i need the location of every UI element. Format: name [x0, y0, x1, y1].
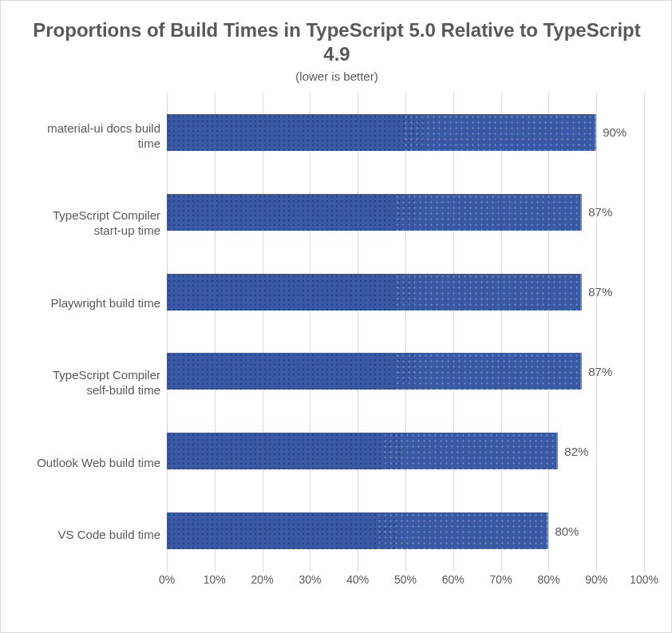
bar	[167, 194, 582, 231]
x-tick-mark	[405, 567, 406, 572]
y-axis-label: Playwright build time	[50, 296, 160, 311]
bar-texture-icon	[382, 433, 559, 469]
bar	[167, 274, 582, 311]
bars-container: 90%87%87%87%82%80%	[167, 93, 644, 571]
plot-grid: 90%87%87%87%82%80%	[167, 93, 644, 572]
bar-texture-icon	[395, 194, 582, 231]
data-label: 87%	[588, 365, 612, 378]
bar-texture-icon	[403, 114, 596, 151]
bar-texture-icon	[395, 274, 582, 311]
bar	[167, 512, 548, 549]
x-tick-label: 0%	[159, 573, 175, 586]
x-tick-mark	[310, 567, 310, 572]
bar-texture-icon	[167, 114, 425, 151]
data-label: 90%	[603, 125, 627, 139]
chart-subtitle: (lower is better)	[30, 69, 644, 83]
y-axis-label: TypeScript Compiler start-up time	[30, 208, 160, 239]
x-tick-mark	[358, 567, 358, 572]
x-tick-label: 40%	[346, 573, 369, 586]
x-tick-label: 70%	[490, 573, 512, 586]
bar	[167, 433, 558, 469]
y-axis-label: TypeScript Compiler self-build time	[30, 368, 160, 398]
x-tick-mark	[644, 567, 645, 572]
bar-row: 90%	[167, 114, 644, 151]
bar	[167, 114, 596, 151]
x-tick-label: 100%	[630, 573, 658, 586]
x-tick-label: 20%	[251, 573, 274, 586]
x-axis-ticks: 0%10%20%30%40%50%60%70%80%90%100%	[167, 572, 644, 600]
bar-texture-icon	[167, 194, 416, 231]
x-tick-mark	[215, 567, 215, 572]
x-tick-label: 10%	[204, 573, 226, 586]
bar	[167, 353, 582, 390]
chart-frame: Proportions of Build Times in TypeScript…	[0, 0, 672, 633]
x-tick-label: 50%	[394, 573, 417, 586]
x-tick-label: 60%	[442, 573, 464, 586]
x-tick-mark	[453, 567, 454, 572]
bar-row: 82%	[167, 433, 644, 469]
data-label: 82%	[564, 445, 588, 458]
bar-row: 80%	[167, 512, 644, 549]
x-tick-mark	[263, 567, 263, 572]
y-axis-labels: material-ui docs build timeTypeScript Co…	[30, 93, 167, 572]
x-tick-label: 80%	[537, 573, 559, 586]
bar-row: 87%	[167, 274, 644, 311]
y-axis-label: Outlook Web build time	[37, 456, 160, 471]
plot-area: material-ui docs build timeTypeScript Co…	[30, 93, 644, 572]
x-tick-mark	[596, 567, 597, 572]
bar-texture-icon	[167, 353, 416, 390]
x-tick-mark	[167, 567, 168, 572]
bar-texture-icon	[167, 512, 396, 549]
bar-row: 87%	[167, 194, 644, 231]
x-tick-mark	[548, 567, 549, 572]
data-label: 87%	[588, 285, 612, 299]
y-axis-label: material-ui docs build time	[30, 121, 160, 152]
chart-title: Proportions of Build Times in TypeScript…	[30, 18, 644, 66]
data-label: 80%	[555, 524, 579, 538]
x-tick-label: 30%	[298, 573, 321, 586]
title-block: Proportions of Build Times in TypeScript…	[30, 18, 644, 83]
data-label: 87%	[588, 205, 612, 219]
y-axis-label: VS Code build time	[58, 528, 160, 543]
bar-row: 87%	[167, 353, 644, 390]
x-tick-label: 90%	[585, 573, 607, 586]
x-tick-mark	[501, 567, 502, 572]
bar-texture-icon	[167, 274, 416, 311]
bar-texture-icon	[395, 353, 582, 390]
bar-texture-icon	[167, 433, 401, 469]
x-axis: 0%10%20%30%40%50%60%70%80%90%100%	[167, 572, 644, 600]
bar-texture-icon	[377, 512, 548, 549]
gridline	[644, 93, 645, 571]
